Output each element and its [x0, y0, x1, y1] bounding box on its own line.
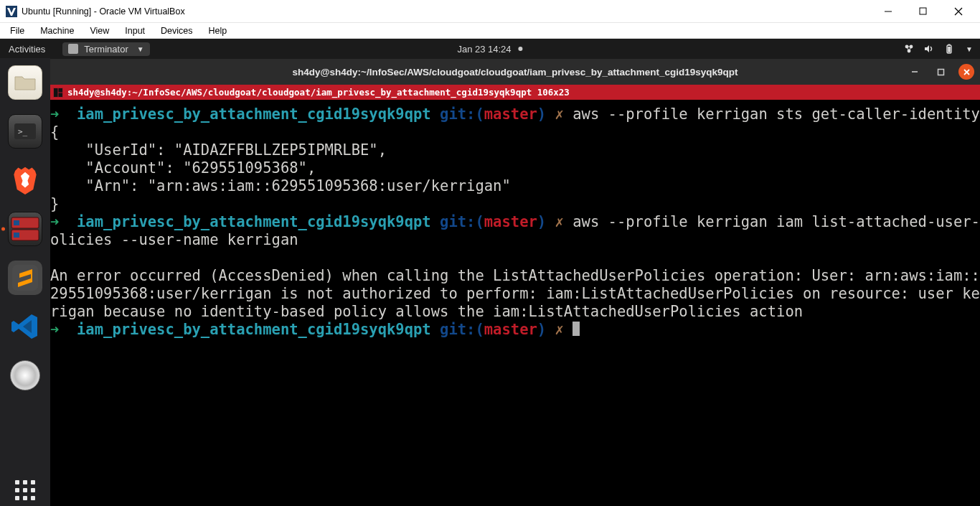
- dock-disc[interactable]: [8, 358, 42, 393]
- svg-rect-2: [920, 8, 926, 14]
- svg-rect-22: [938, 69, 943, 75]
- prompt-arrow-2: ➜: [50, 213, 59, 230]
- prompt-dir: iam_privesc_by_attachment_cgid19syqk9qpt: [77, 106, 431, 123]
- svg-rect-26: [54, 88, 58, 97]
- host-window-controls: [872, 0, 974, 23]
- gnome-system-tray[interactable]: ▼: [904, 44, 974, 54]
- gnome-app-name: Terminator: [84, 44, 128, 55]
- virtualbox-menubar: File Machine View Input Devices Help: [0, 23, 980, 39]
- command-2a: aws --profile kerrigan iam list-attached…: [573, 213, 980, 230]
- gnome-top-bar: Activities Terminator ▼ Jan 23 14:24 ▼: [0, 39, 980, 59]
- error-l2: 29551095368:user/kerrigan is not authori…: [50, 285, 980, 302]
- terminal-body[interactable]: ➜ iam_privesc_by_attachment_cgid19syqk9q…: [50, 100, 980, 506]
- svg-rect-13: [948, 47, 951, 52]
- vbox-menu-devices[interactable]: Devices: [155, 24, 198, 37]
- dock-terminal[interactable]: >_: [8, 114, 42, 149]
- terminal-title: sh4dy@sh4dy:~/InfoSec/AWS/cloudgoat/clou…: [292, 67, 738, 78]
- virtualbox-icon: [6, 6, 17, 17]
- output-l2: "UserId": "AIDAZFFBLLZEP5IPMRLBE",: [50, 141, 387, 159]
- svg-rect-28: [59, 93, 63, 97]
- host-close-button[interactable]: [942, 0, 974, 23]
- svg-rect-19: [14, 233, 19, 238]
- dock-vscode[interactable]: [8, 309, 42, 344]
- prompt-dirty-icon-3: ✗: [555, 321, 564, 338]
- host-window-titlebar: Ubuntu [Running] - Oracle VM VirtualBox: [0, 0, 980, 23]
- prompt-dirty-icon: ✗: [555, 106, 564, 123]
- prompt-git-close-2: ): [537, 213, 546, 230]
- terminator-tab-icon: [53, 88, 63, 98]
- error-l1: An error occurred (AccessDenied) when ca…: [50, 267, 980, 284]
- terminal-titlebar: sh4dy@sh4dy:~/InfoSec/AWS/cloudgoat/clou…: [50, 59, 980, 85]
- svg-rect-20: [12, 265, 38, 291]
- host-window-title: Ubuntu [Running] - Oracle VM VirtualBox: [22, 6, 872, 17]
- host-maximize-button[interactable]: [907, 0, 939, 23]
- prompt-arrow-3: ➜: [50, 321, 59, 338]
- error-l3: rigan because no identity-based policy a…: [50, 303, 803, 320]
- vbox-menu-file[interactable]: File: [4, 24, 30, 37]
- command-2b: olicies --user-name kerrigan: [50, 231, 298, 248]
- cd-icon: [10, 360, 40, 390]
- gnome-dock: >_: [0, 58, 50, 506]
- prompt-git-open: git:(: [440, 106, 484, 123]
- output-l3: "Account": "629551095368",: [50, 159, 316, 177]
- prompt-branch-2: master: [484, 213, 537, 230]
- prompt-dirty-icon-2: ✗: [555, 213, 564, 230]
- dock-active-indicator: [1, 228, 5, 231]
- gnome-datetime: Jan 23 14:24: [457, 44, 511, 55]
- power-caret-icon: ▼: [964, 44, 974, 54]
- dock-files[interactable]: [8, 65, 42, 100]
- terminal-minimize-button[interactable]: [907, 64, 923, 80]
- network-icon: [904, 44, 914, 54]
- prompt-arrow: ➜: [50, 106, 59, 123]
- prompt-git-open-3: git:(: [440, 321, 484, 338]
- svg-rect-12: [948, 44, 951, 46]
- vbox-menu-help[interactable]: Help: [203, 24, 233, 37]
- prompt-branch-3: master: [484, 321, 537, 338]
- prompt-git-close-3: ): [537, 321, 546, 338]
- terminal-window: sh4dy@sh4dy:~/InfoSec/AWS/cloudgoat/clou…: [50, 59, 980, 506]
- terminator-tab-label: sh4dy@sh4dy:~/InfoSec/AWS/cloudgoat/clou…: [67, 87, 570, 98]
- terminator-tab-bar[interactable]: sh4dy@sh4dy:~/InfoSec/AWS/cloudgoat/clou…: [50, 85, 980, 100]
- svg-rect-27: [59, 88, 63, 93]
- gnome-clock[interactable]: Jan 23 14:24: [457, 44, 522, 55]
- output-l5: }: [50, 195, 59, 212]
- output-l4: "Arn": "arn:aws:iam::629551095368:user/k…: [50, 177, 511, 195]
- battery-icon: [944, 44, 954, 54]
- terminal-maximize-button[interactable]: [933, 64, 948, 80]
- prompt-dir-3: iam_privesc_by_attachment_cgid19syqk9qpt: [77, 321, 431, 338]
- svg-text:>_: >_: [18, 127, 28, 136]
- terminal-close-button[interactable]: [958, 64, 974, 80]
- terminator-icon: [68, 44, 78, 54]
- vbox-menu-view[interactable]: View: [84, 24, 115, 37]
- prompt-git-close: ): [537, 106, 546, 123]
- guest-vm-screen: Activities Terminator ▼ Jan 23 14:24 ▼: [0, 39, 980, 506]
- notification-dot-icon: [519, 47, 523, 51]
- svg-rect-18: [14, 220, 19, 225]
- command-1: aws --profile kerrigan sts get-caller-id…: [573, 106, 980, 123]
- dock-virtualbox[interactable]: [8, 212, 42, 246]
- prompt-branch: master: [484, 106, 537, 123]
- host-minimize-button[interactable]: [872, 0, 904, 23]
- dock-brave[interactable]: [8, 163, 42, 197]
- terminal-cursor: [573, 322, 580, 336]
- gnome-activities[interactable]: Activities: [9, 44, 45, 55]
- dock-show-apps[interactable]: [0, 480, 50, 500]
- output-l1: {: [50, 123, 59, 141]
- prompt-git-open-2: git:(: [440, 213, 484, 230]
- gnome-app-menu[interactable]: Terminator ▼: [62, 42, 149, 56]
- chevron-down-icon: ▼: [137, 45, 144, 53]
- dock-sublime[interactable]: [8, 261, 42, 295]
- prompt-dir-2: iam_privesc_by_attachment_cgid19syqk9qpt: [77, 213, 431, 230]
- volume-icon: [924, 44, 934, 54]
- vbox-menu-machine[interactable]: Machine: [34, 24, 80, 37]
- vbox-menu-input[interactable]: Input: [119, 24, 151, 37]
